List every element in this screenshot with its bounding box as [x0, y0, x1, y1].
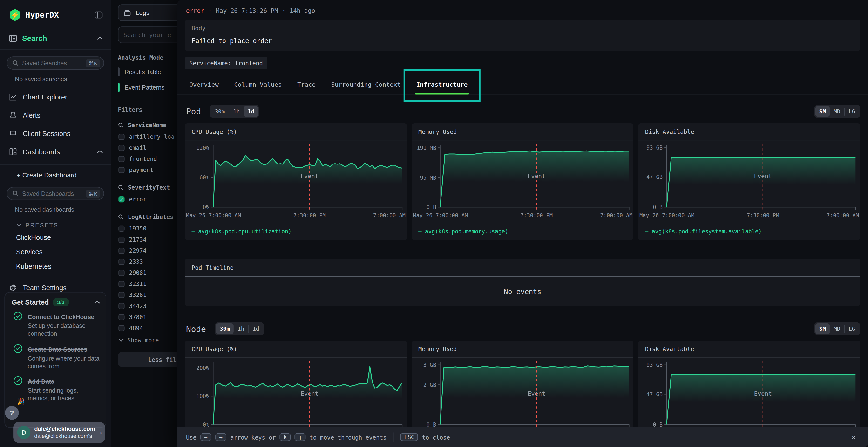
svg-text:May 26 7:00:00 AM: May 26 7:00:00 AM: [413, 212, 468, 218]
filter-option-error[interactable]: ✓error: [111, 194, 177, 205]
checkbox[interactable]: [118, 303, 124, 309]
saved-searches-input[interactable]: ⌘K: [7, 56, 104, 70]
sidebar-item-alerts[interactable]: Alerts: [0, 106, 111, 125]
filter-group-severitytext[interactable]: SeverityText: [111, 175, 177, 194]
filter-option[interactable]: payment: [111, 164, 177, 175]
filter-option[interactable]: email: [111, 142, 177, 153]
service-name-chip[interactable]: ServiceName: frontend: [185, 57, 268, 69]
close-icon[interactable]: ✕: [848, 431, 859, 444]
get-started-header[interactable]: Get Started 3/3: [11, 298, 100, 306]
arrow-left-key[interactable]: ←: [200, 433, 212, 441]
sidebar-item-dashboards[interactable]: Dashboards: [0, 143, 111, 161]
tab-overview[interactable]: Overview: [183, 77, 225, 94]
get-started-item[interactable]: Add Data Start sending logs, metrics, or…: [13, 376, 100, 403]
svg-text:0%: 0%: [203, 421, 209, 428]
sidebar-item-clickhouse[interactable]: ClickHouse: [0, 231, 111, 245]
range-1d-button[interactable]: 1d: [244, 106, 258, 117]
checkbox[interactable]: [118, 270, 124, 276]
checkbox[interactable]: [118, 133, 124, 139]
size-md-button[interactable]: MD: [830, 324, 844, 334]
filter-option[interactable]: 34423: [111, 300, 177, 311]
filter-group-logattributes[interactable]: LogAttributes: [111, 204, 177, 223]
filter-option[interactable]: 19350: [111, 223, 177, 234]
filter-group-servicename[interactable]: ServiceName: [111, 116, 177, 131]
checkbox[interactable]: [118, 325, 124, 331]
filter-option[interactable]: 29081: [111, 267, 177, 278]
range-30m-button[interactable]: 30m: [211, 106, 229, 117]
saved-dashboards-field[interactable]: [22, 190, 83, 197]
checkbox[interactable]: [118, 167, 124, 173]
esc-key[interactable]: ESC: [401, 433, 418, 441]
checkbox[interactable]: [118, 314, 124, 320]
arrow-right-key[interactable]: →: [215, 433, 226, 441]
filter-option[interactable]: artillery-loa: [111, 131, 177, 142]
hint-divider: [393, 432, 394, 442]
filter-option[interactable]: 37801: [111, 311, 177, 322]
j-key[interactable]: j: [294, 433, 306, 441]
size-lg-button[interactable]: LG: [845, 324, 859, 334]
checkbox[interactable]: [118, 236, 124, 242]
filter-option[interactable]: frontend: [111, 153, 177, 164]
sidebar-item-client-sessions[interactable]: Client Sessions: [0, 125, 111, 143]
filter-option[interactable]: 2333: [111, 256, 177, 267]
checkbox[interactable]: [118, 156, 124, 162]
saved-searches-field[interactable]: [22, 60, 83, 66]
pod-size-control: SM MD LG: [814, 105, 860, 118]
size-sm-button[interactable]: SM: [815, 106, 830, 117]
checkbox[interactable]: [118, 259, 124, 265]
chevron-up-icon[interactable]: [97, 150, 103, 153]
filter-option[interactable]: 33261: [111, 289, 177, 300]
tab-infrastructure[interactable]: Infrastructure: [410, 77, 474, 94]
range-1d-button[interactable]: 1d: [249, 324, 263, 334]
tab-surrounding-context[interactable]: Surrounding Context: [324, 77, 407, 94]
checkbox-checked[interactable]: ✓: [118, 196, 124, 202]
mode-event-patterns[interactable]: Event Patterns: [111, 80, 177, 95]
help-button[interactable]: ?: [5, 406, 19, 419]
node-range-control: 30m 1h 1d: [215, 322, 264, 335]
filters-panel: Logs Analysis Mode Results Table Event P…: [111, 0, 177, 447]
chevron-up-icon[interactable]: [94, 300, 100, 304]
tab-column-values[interactable]: Column Values: [227, 77, 289, 94]
tab-trace[interactable]: Trace: [291, 77, 322, 94]
alerts-label: Alerts: [23, 111, 103, 119]
filter-option[interactable]: 21734: [111, 234, 177, 245]
show-more-button[interactable]: Show more: [111, 333, 177, 343]
range-1h-button[interactable]: 1h: [234, 324, 248, 334]
filter-option[interactable]: 32311: [111, 278, 177, 289]
mode-results-table[interactable]: Results Table: [111, 64, 177, 79]
checkbox[interactable]: [118, 291, 124, 298]
sidebar-item-kubernetes[interactable]: Kubernetes: [0, 260, 111, 274]
range-1h-button[interactable]: 1h: [229, 106, 244, 117]
sidebar-item-chart-explorer[interactable]: Chart Explorer: [0, 88, 111, 106]
size-md-button[interactable]: MD: [830, 106, 844, 117]
saved-dashboards-input[interactable]: ⌘K: [7, 187, 104, 200]
user-menu[interactable]: D dale@clickhouse.com dale@clickhouse.co…: [13, 422, 105, 443]
filter-option[interactable]: 4894: [111, 322, 177, 334]
svg-text:7:30:00 PM: 7:30:00 PM: [520, 212, 552, 218]
size-sm-button[interactable]: SM: [815, 324, 830, 334]
k-key[interactable]: k: [280, 433, 291, 441]
get-started-title: Get Started: [11, 299, 49, 306]
legend-label: avg(k8s.pod.cpu.utilization): [198, 229, 291, 235]
range-30m-button[interactable]: 30m: [216, 324, 234, 334]
create-dashboard-button[interactable]: + Create Dashboard: [0, 165, 111, 180]
checkbox[interactable]: [118, 281, 124, 286]
hint-text: Use: [186, 434, 196, 441]
checkbox[interactable]: [118, 247, 124, 253]
presets-toggle[interactable]: PRESETS: [0, 215, 111, 231]
gear-icon: [9, 284, 17, 292]
pod-disk-chart-card: Disk Available93 GB47 GB0 BEventMay 26 7…: [639, 123, 860, 240]
keyboard-hint-bar: Use ← → arrow keys or k j to move throug…: [177, 427, 868, 447]
node-section-header: Node 30m 1h 1d SM MD LG: [177, 306, 868, 335]
checkbox[interactable]: [118, 226, 124, 232]
collapse-sidebar-icon[interactable]: [94, 10, 103, 20]
chevron-up-icon[interactable]: [97, 37, 103, 40]
get-started-item[interactable]: Connect to ClickHouse Set up your databa…: [13, 311, 100, 338]
sidebar-item-services[interactable]: Services: [0, 245, 111, 260]
filter-option[interactable]: 22974: [111, 245, 177, 256]
sidebar-item-search[interactable]: Search: [0, 27, 111, 49]
checkbox[interactable]: [118, 144, 124, 150]
get-started-item[interactable]: Create Data Sources Configure where your…: [13, 344, 100, 370]
size-lg-button[interactable]: LG: [845, 106, 859, 117]
filter-group-name: LogAttributes: [128, 213, 173, 220]
